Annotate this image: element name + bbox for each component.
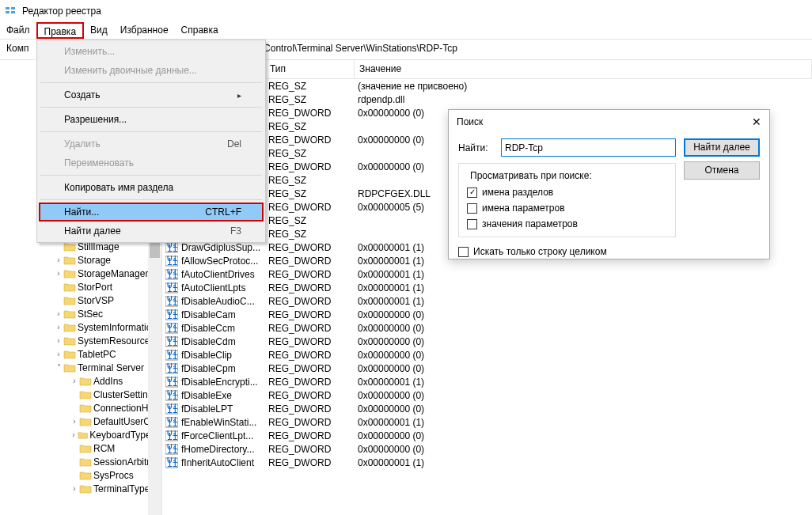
tree-toggle-icon[interactable] — [54, 282, 63, 291]
tree-toggle-icon[interactable] — [54, 296, 63, 305]
find-input[interactable] — [501, 138, 676, 157]
tree-toggle-icon[interactable]: › — [70, 484, 79, 493]
checkbox-data-row[interactable]: значения параметров — [467, 216, 667, 232]
tree-toggle-icon[interactable]: › — [54, 309, 63, 318]
svg-text:110: 110 — [167, 337, 178, 347]
tree-item[interactable]: ›TabletPC — [0, 347, 161, 361]
value-row[interactable]: 011110fEnableWinStati...REG_DWORD0x00000… — [162, 415, 812, 429]
value-data-cell: 0x00000000 (0) — [355, 444, 812, 455]
menu-item-find[interactable]: Найти...CTRL+F — [39, 203, 264, 222]
find-next-button[interactable]: Найти далее — [684, 138, 760, 157]
value-row[interactable]: 011110fHomeDirectory...REG_DWORD0x000000… — [162, 442, 812, 456]
tree-toggle-icon[interactable]: › — [70, 377, 79, 385]
tree-toggle-icon[interactable] — [70, 444, 79, 453]
tree-label: Storage — [78, 255, 111, 266]
dialog-titlebar[interactable]: Поиск ✕ — [449, 110, 769, 134]
menu-item-delete[interactable]: УдалитьDel — [39, 134, 264, 153]
tree-toggle-icon[interactable]: › — [54, 323, 63, 331]
svg-text:110: 110 — [167, 364, 178, 374]
menu-item-new[interactable]: Создать▸ — [39, 85, 264, 104]
checkbox-whole-row[interactable]: Искать только строку целиком — [458, 244, 676, 259]
value-name-cell: 011110fDisableExe — [162, 390, 265, 401]
menu-favorites[interactable]: Избранное — [114, 22, 175, 39]
value-row[interactable]: 011110fForceClientLpt...REG_DWORD0x00000… — [162, 429, 812, 442]
close-icon[interactable]: ✕ — [752, 115, 761, 128]
tree-toggle-icon[interactable] — [70, 471, 79, 479]
tree-label: RCM — [93, 443, 115, 454]
menu-item-modify[interactable]: Изменить... — [39, 42, 264, 61]
tree-item[interactable]: ConnectionHar — [0, 401, 161, 415]
cancel-button[interactable]: Отмена — [684, 161, 760, 180]
tree-item[interactable]: ›KeyboardType M — [0, 428, 161, 441]
chevron-right-icon: ▸ — [237, 91, 241, 100]
value-row[interactable]: 011110fAutoClientLptsREG_DWORD0x00000001… — [162, 281, 812, 294]
menu-help[interactable]: Справка — [175, 22, 225, 39]
menu-item-modify-binary[interactable]: Изменить двоичные данные... — [39, 61, 264, 80]
tree-toggle-icon[interactable]: › — [54, 350, 63, 358]
value-data-cell: 0x00000001 (1) — [355, 296, 812, 307]
tree-toggle-icon[interactable] — [70, 457, 79, 466]
value-row[interactable]: 011110fAutoClientDrivesREG_DWORD0x000000… — [162, 267, 812, 281]
value-name-cell: 011110fDisableLPT — [162, 403, 265, 415]
tree-item[interactable]: StorPort — [0, 280, 161, 293]
tree-item[interactable]: RCM — [0, 441, 161, 455]
menu-view[interactable]: Вид — [84, 22, 114, 39]
menu-edit[interactable]: Правка — [36, 22, 85, 39]
value-row[interactable]: 011110fDisableCcmREG_DWORD0x00000000 (0) — [162, 321, 812, 335]
menu-item-copy-key-name[interactable]: Копировать имя раздела — [39, 178, 264, 197]
value-type-cell: REG_SZ — [265, 215, 355, 226]
value-row[interactable]: 011110fInheritAutoClientREG_DWORD0x00000… — [162, 456, 812, 469]
tree-item[interactable]: SysProcs — [0, 468, 161, 482]
tree-toggle-icon[interactable]: › — [54, 269, 63, 278]
col-header-value[interactable]: Значение — [355, 60, 812, 78]
value-row[interactable]: 011110fDisableClipREG_DWORD0x00000000 (0… — [162, 348, 812, 362]
value-type-cell: REG_SZ — [265, 81, 355, 92]
value-name-cell: 011110fDisableClip — [162, 350, 265, 361]
tree-item[interactable]: SessionArbitrati — [0, 455, 161, 468]
col-header-type[interactable]: Тип — [265, 60, 355, 78]
tree-toggle-icon[interactable] — [70, 403, 79, 412]
value-row[interactable]: 011110fDisableCpmREG_DWORD0x00000000 (0) — [162, 362, 812, 375]
tree-item[interactable]: ›StorageManageme — [0, 267, 161, 280]
value-data-cell: 0x00000000 (0) — [355, 336, 812, 347]
value-type-cell: REG_DWORD — [265, 350, 355, 361]
tree-toggle-icon[interactable]: › — [70, 417, 79, 426]
menu-item-rename[interactable]: Переименовать — [39, 153, 264, 172]
tree-toggle-icon[interactable]: ˅ — [54, 363, 63, 372]
tree-item[interactable]: ›TerminalTypes — [0, 482, 161, 495]
value-data-cell: 0x00000000 (0) — [355, 430, 812, 441]
tree-item[interactable]: ›StSec — [0, 307, 161, 320]
tree-toggle-icon[interactable] — [54, 242, 63, 251]
checkbox-data[interactable] — [467, 219, 477, 229]
tree-item[interactable]: ClusterSettings — [0, 388, 161, 401]
value-row[interactable]: 011110fDisableLPTREG_DWORD0x00000000 (0) — [162, 402, 812, 415]
checkbox-values[interactable] — [467, 203, 477, 214]
value-type-cell: REG_SZ — [265, 94, 355, 105]
tree-item[interactable]: ›DefaultUserCon — [0, 415, 161, 428]
value-name-cell: 011110fDisableCpm — [162, 363, 265, 374]
menu-file[interactable]: Файл — [0, 22, 36, 39]
value-row[interactable]: 011110fDisableAudioC...REG_DWORD0x000000… — [162, 294, 812, 308]
tree-item[interactable]: StorVSP — [0, 293, 161, 307]
value-row[interactable]: 011110fDisableExeREG_DWORD0x00000000 (0) — [162, 388, 812, 402]
tree-toggle-icon[interactable]: › — [54, 336, 63, 345]
value-type-cell: REG_SZ — [265, 188, 355, 199]
checkbox-whole-string[interactable] — [458, 247, 469, 257]
tree-toggle-icon[interactable] — [70, 390, 79, 399]
value-row[interactable]: 011110fDisableEncrypti...REG_DWORD0x0000… — [162, 375, 812, 388]
checkbox-keys-row[interactable]: имена разделов — [467, 184, 667, 200]
value-row[interactable]: 011110fDisableCdmREG_DWORD0x00000000 (0) — [162, 335, 812, 348]
value-row[interactable]: 011110fDisableCamREG_DWORD0x00000000 (0) — [162, 308, 812, 321]
menu-item-find-next[interactable]: Найти далееF3 — [39, 222, 264, 240]
menu-item-permissions[interactable]: Разрешения... — [39, 110, 264, 129]
checkbox-values-row[interactable]: имена параметров — [467, 200, 667, 216]
tree-item[interactable]: ›AddIns — [0, 374, 161, 388]
tree-item[interactable]: ›Storage — [0, 253, 161, 267]
tree-item[interactable]: ˅Terminal Server — [0, 361, 161, 374]
checkbox-keys[interactable] — [467, 187, 477, 198]
tree-toggle-icon[interactable]: › — [54, 256, 63, 264]
tree-toggle-icon[interactable]: › — [70, 430, 78, 439]
tree-item[interactable]: ›SystemResources — [0, 334, 161, 347]
tree-item[interactable]: ›SystemInformation — [0, 320, 161, 334]
svg-text:110: 110 — [167, 377, 178, 388]
